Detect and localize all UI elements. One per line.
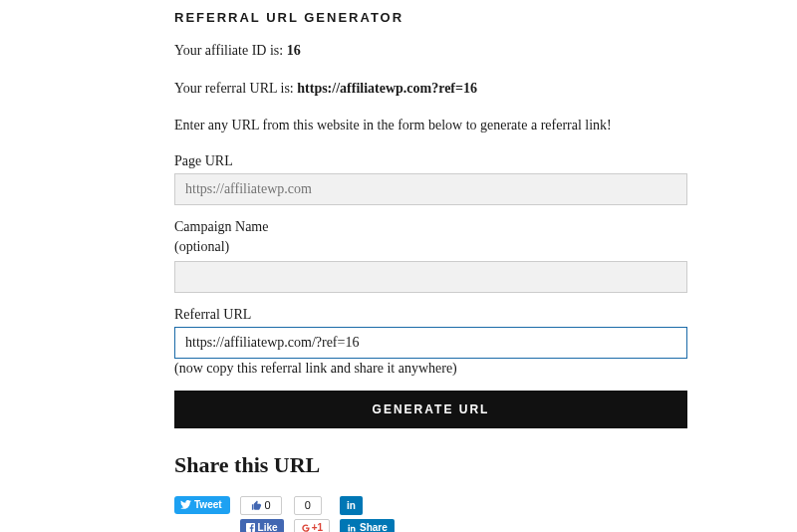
share-buttons-row: Tweet 0 Like 0 +1 in xyxy=(174,496,687,532)
instruction-text: Enter any URL from this website in the f… xyxy=(174,116,687,135)
gplus-label: +1 xyxy=(312,522,323,532)
linkedin-label: in xyxy=(347,500,356,511)
gplus-col: 0 +1 xyxy=(294,496,330,532)
campaign-label: Campaign Name xyxy=(174,219,687,235)
affiliate-id-label: Your affiliate ID is: xyxy=(174,43,287,58)
google-icon xyxy=(301,523,311,532)
generate-url-button[interactable]: GENERATE URL xyxy=(174,391,687,428)
referral-generator-page: REFERRAL URL GENERATOR Your affiliate ID… xyxy=(0,0,797,532)
referral-hint: (now copy this referral link and share i… xyxy=(174,361,687,377)
fb-col: 0 Like xyxy=(240,496,284,532)
linkedin-icon xyxy=(347,523,357,532)
gplus-count-box[interactable]: 0 xyxy=(294,496,322,515)
facebook-icon xyxy=(246,523,255,532)
affiliate-id-value: 16 xyxy=(287,43,301,58)
linkedin-share-button[interactable]: Share xyxy=(340,519,395,532)
fb-count: 0 xyxy=(265,499,271,511)
linkedin-icon-box[interactable]: in xyxy=(340,496,363,515)
referral-url-label: Your referral URL is: xyxy=(174,81,297,96)
referral-url-line: Your referral URL is: https://affiliatew… xyxy=(174,79,687,99)
gplus-button[interactable]: +1 xyxy=(294,519,330,532)
fb-count-box[interactable]: 0 xyxy=(240,496,282,515)
page-url-label: Page URL xyxy=(174,153,687,169)
fb-like-label: Like xyxy=(258,522,278,532)
fb-like-button[interactable]: Like xyxy=(240,519,284,532)
linkedin-col: in Share xyxy=(340,496,395,532)
thumb-up-icon xyxy=(251,500,262,511)
referral-url-value: https://affiliatewp.com?ref=16 xyxy=(297,81,477,96)
affiliate-id-line: Your affiliate ID is: 16 xyxy=(174,41,687,61)
twitter-icon xyxy=(180,500,191,509)
campaign-sublabel: (optional) xyxy=(174,239,687,255)
referral-output-label: Referral URL xyxy=(174,307,687,323)
tweet-button[interactable]: Tweet xyxy=(174,496,230,514)
share-heading: Share this URL xyxy=(174,452,687,478)
linkedin-share-label: Share xyxy=(360,522,388,532)
page-heading: REFERRAL URL GENERATOR xyxy=(174,10,687,25)
referral-output-input[interactable] xyxy=(174,327,687,359)
gplus-count: 0 xyxy=(305,499,311,511)
page-url-input[interactable] xyxy=(174,173,687,205)
campaign-input[interactable] xyxy=(174,261,687,293)
twitter-col: Tweet xyxy=(174,496,230,514)
tweet-label: Tweet xyxy=(194,499,222,510)
